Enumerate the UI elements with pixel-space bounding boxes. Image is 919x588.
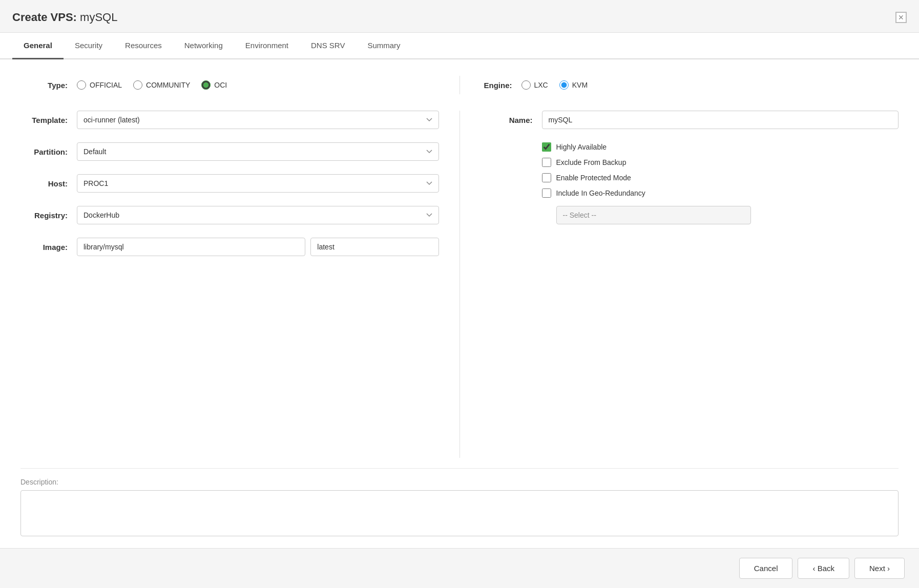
checkbox-highly-available[interactable]: Highly Available bbox=[542, 142, 899, 152]
geo-redundancy-checkbox[interactable] bbox=[542, 188, 551, 198]
highly-available-checkbox[interactable] bbox=[542, 142, 551, 152]
checkbox-protected-mode[interactable]: Enable Protected Mode bbox=[542, 173, 899, 182]
image-label: Image: bbox=[20, 243, 77, 251]
content-area: Type: OFFICIAL COMMUNITY OCI bbox=[0, 59, 919, 548]
next-button[interactable]: Next › bbox=[854, 558, 905, 579]
tab-general[interactable]: General bbox=[12, 33, 64, 59]
host-label: Host: bbox=[20, 179, 77, 188]
tab-summary[interactable]: Summary bbox=[356, 33, 411, 59]
type-official-label: OFFICIAL bbox=[90, 81, 122, 89]
engine-lxc[interactable]: LXC bbox=[521, 80, 548, 90]
type-official[interactable]: OFFICIAL bbox=[77, 80, 122, 90]
host-row: Host: PROC1 bbox=[20, 174, 439, 193]
description-section: Description: bbox=[20, 468, 899, 538]
partition-row: Partition: Default bbox=[20, 142, 439, 161]
host-select[interactable]: PROC1 bbox=[77, 174, 439, 193]
engine-lxc-label: LXC bbox=[534, 81, 548, 89]
image-row: Image: bbox=[20, 238, 439, 256]
checkbox-exclude-backup[interactable]: Exclude From Backup bbox=[542, 158, 899, 167]
name-row: Name: bbox=[486, 111, 899, 129]
footer: Cancel ‹ Back Next › bbox=[0, 548, 919, 588]
type-oci-radio[interactable] bbox=[201, 80, 211, 90]
type-community-label: COMMUNITY bbox=[146, 81, 190, 89]
description-textarea[interactable] bbox=[20, 490, 899, 536]
type-community[interactable]: COMMUNITY bbox=[133, 80, 190, 90]
registry-label: Registry: bbox=[20, 211, 77, 220]
engine-lxc-radio[interactable] bbox=[521, 80, 531, 90]
registry-select[interactable]: DockerHub bbox=[77, 206, 439, 224]
engine-kvm[interactable]: KVM bbox=[559, 80, 588, 90]
exclude-backup-label: Exclude From Backup bbox=[556, 158, 626, 166]
name-input[interactable] bbox=[542, 111, 899, 129]
tab-dns-srv[interactable]: DNS SRV bbox=[300, 33, 356, 59]
highly-available-label: Highly Available bbox=[556, 143, 607, 151]
close-button[interactable]: ✕ bbox=[895, 12, 907, 23]
title-bar: Create VPS: mySQL ✕ bbox=[0, 0, 919, 33]
title-prefix: Create VPS: bbox=[12, 11, 77, 24]
tab-security[interactable]: Security bbox=[64, 33, 114, 59]
right-column: Name: Highly Available Exclud bbox=[460, 111, 899, 458]
main-window: Create VPS: mySQL ✕ General Security Res… bbox=[0, 0, 919, 588]
tab-resources[interactable]: Resources bbox=[114, 33, 173, 59]
options-checkboxes: Highly Available Exclude From Backup Ena… bbox=[542, 142, 899, 224]
partition-label: Partition: bbox=[20, 148, 77, 156]
image-tag-input[interactable] bbox=[310, 238, 438, 256]
engine-radio-group: LXC KVM bbox=[521, 80, 588, 90]
registry-row: Registry: DockerHub bbox=[20, 206, 439, 224]
type-community-radio[interactable] bbox=[133, 80, 142, 90]
image-name-input[interactable] bbox=[77, 238, 305, 256]
geo-redundancy-select[interactable]: -- Select -- bbox=[556, 206, 751, 224]
type-oci[interactable]: OCI bbox=[201, 80, 227, 90]
engine-label: Engine: bbox=[481, 81, 521, 90]
type-official-radio[interactable] bbox=[77, 80, 86, 90]
engine-kvm-radio[interactable] bbox=[559, 80, 569, 90]
exclude-backup-checkbox[interactable] bbox=[542, 158, 551, 167]
name-label: Name: bbox=[486, 116, 542, 124]
template-label: Template: bbox=[20, 116, 77, 124]
protected-mode-label: Enable Protected Mode bbox=[556, 174, 631, 182]
template-row: Template: oci-runner (latest) bbox=[20, 111, 439, 129]
type-oci-label: OCI bbox=[214, 81, 227, 89]
back-button[interactable]: ‹ Back bbox=[798, 558, 849, 579]
tab-environment[interactable]: Environment bbox=[234, 33, 300, 59]
engine-kvm-label: KVM bbox=[572, 81, 588, 89]
checkboxes-container: Highly Available Exclude From Backup Ena… bbox=[486, 142, 899, 224]
geo-select-wrapper: -- Select -- bbox=[556, 206, 899, 224]
cancel-button[interactable]: Cancel bbox=[739, 558, 793, 579]
checkbox-geo-redundancy[interactable]: Include In Geo-Redundancy bbox=[542, 188, 899, 198]
description-label: Description: bbox=[20, 478, 899, 486]
type-label: Type: bbox=[20, 81, 77, 90]
window-title: Create VPS: mySQL bbox=[12, 11, 117, 24]
left-column: Template: oci-runner (latest) Partition:… bbox=[20, 111, 460, 458]
protected-mode-checkbox[interactable] bbox=[542, 173, 551, 182]
tabs-bar: General Security Resources Networking En… bbox=[0, 33, 919, 59]
title-vps-name: mySQL bbox=[80, 11, 117, 24]
partition-select[interactable]: Default bbox=[77, 142, 439, 161]
geo-redundancy-label: Include In Geo-Redundancy bbox=[556, 189, 645, 197]
tab-networking[interactable]: Networking bbox=[173, 33, 234, 59]
type-radio-group: OFFICIAL COMMUNITY OCI bbox=[77, 80, 227, 90]
template-select[interactable]: oci-runner (latest) bbox=[77, 111, 439, 129]
